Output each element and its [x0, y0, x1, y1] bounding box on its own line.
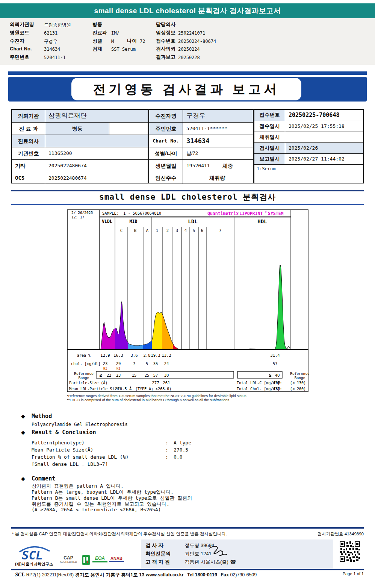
ref-value: 57 [153, 373, 158, 377]
ref-range-label: Reference [74, 371, 94, 376]
anab-badge-text: ANAB [110, 556, 122, 561]
cell-value: 2025022480674 [45, 160, 148, 172]
sub-label: 1 [156, 228, 158, 233]
brand-system: SYSTEM [268, 211, 284, 216]
diamond-bullet-icon [21, 429, 25, 435]
section-title: small dense LDL cholesterol 분획검사 [0, 192, 375, 202]
cell-label: 진 료 과 [12, 123, 45, 135]
divider-rule [11, 569, 364, 570]
field-label: 의뢰기관명 [10, 21, 34, 28]
chol-value: 29 [116, 361, 121, 366]
cell-sub-label: 병동 [45, 123, 109, 135]
area-value: 31.4 [270, 353, 280, 358]
sub-label: B [134, 228, 136, 233]
divider-rule [11, 527, 364, 529]
staff-name: 김동환 서울서초(출) [184, 559, 228, 565]
cell-label: 보고일시 [254, 154, 285, 164]
comment-heading: Comment [32, 475, 55, 482]
qr-code [339, 541, 361, 562]
cell-label: 임신주수 [149, 172, 183, 184]
address: 경기도 용인시 기흥구 흥덕1로 13 [75, 572, 144, 577]
hi-flag: HI [116, 367, 120, 370]
kolas-badge [82, 555, 90, 565]
result-row: Fraction % of small dense LDL (%) [32, 454, 129, 460]
mean-size-value: 270.5 Å [115, 386, 132, 391]
ref-range-label: Range [79, 376, 89, 380]
result-value: 0.0 [174, 454, 182, 460]
specimen-note: 1:Serum [254, 165, 363, 183]
cell-value: 남/72 [183, 147, 253, 159]
cap-badge-subtext: ACCREDITED [60, 561, 77, 563]
colon: : [165, 454, 168, 460]
ref-value: 15 [132, 373, 137, 377]
field-value: IM/ [111, 29, 119, 37]
result-value: A type [174, 440, 191, 446]
cell-label: 주민번호 [149, 123, 183, 135]
row-label-area: area % [77, 353, 91, 358]
field-label: 검체 [92, 45, 102, 53]
eoa-badge: EOA [92, 556, 107, 562]
area-value: 19.3 [151, 353, 160, 358]
chol-value: 5 [146, 361, 148, 366]
chol-value: 23 [103, 361, 108, 366]
anab-badge: ANAB [109, 556, 124, 562]
cell-label: 검사일시 [254, 143, 285, 153]
total-chol-ref: (≤ 200) [290, 387, 306, 391]
result-label: Fraction % of small dense LDL (%) [32, 454, 129, 460]
field-value: M [111, 38, 114, 45]
cell-value [45, 135, 148, 147]
tel-value: 1800-0119 [195, 572, 217, 577]
row-label-particle: Particle-Size (Å) [69, 380, 107, 385]
ref-value: 30 [164, 373, 169, 377]
page-number: Page 1 of 1 [343, 571, 364, 576]
ge-icon: ≥ [269, 373, 272, 378]
eoa-badge-text: EOA [95, 556, 105, 561]
sample-value: 1 - 505670064810 [123, 211, 161, 215]
cell-label: 성별/나이 [149, 147, 183, 159]
region-label-ldl: LDL [188, 218, 197, 224]
staff-role: 고 객 지 원 [145, 559, 183, 565]
mean-size-type: (TYPE A; ≥268.0) [135, 387, 171, 391]
chart-time: 12: 17 [71, 215, 84, 219]
field-value: 520411-1 [44, 54, 66, 61]
ref-value-hdl: 40 [275, 373, 280, 377]
staff-role: 확인전문의 [145, 550, 183, 557]
sub-label: 7 [219, 228, 221, 233]
result-row: Mean Particle Size(Å) [32, 447, 93, 453]
baseline-noise [249, 349, 256, 349]
chol-value: 7 [133, 361, 135, 366]
cell-label: 기관번호 [12, 147, 45, 159]
divider-rule [11, 204, 364, 205]
area-value: 12.9 [100, 353, 110, 358]
particle-value: 277 [152, 380, 159, 385]
tel-label: Tel [187, 572, 194, 577]
result-note: [Small dense LDL = LDL3~7] [32, 461, 108, 467]
staff-role: 검 사 자 [145, 542, 183, 549]
cell-value: 20250225-700648 [286, 110, 363, 121]
cell-label: 접수일시 [254, 121, 285, 132]
cell-value: 520411-1****** [183, 123, 253, 135]
sub-label: 5 [193, 228, 195, 233]
field-value: 구경우 [44, 38, 57, 45]
sub-label: 6 [201, 228, 203, 233]
ref-value: 23 [116, 373, 121, 377]
brand-lipoprint: LIPOPRINT [239, 211, 263, 216]
info-table-middle: 수진자명 구경우 주민번호 520411-1****** Chart No. 3… [148, 109, 254, 183]
fax-label: Fax [221, 572, 229, 577]
staff-panel: 검 사 자 정두영 39694 확인전문의 최인호 1241 고 객 지 원 김… [141, 540, 333, 568]
total-chol-value: 181 [273, 386, 280, 391]
area-value: 3.6 [131, 353, 138, 358]
report-title: 전기영동 검사결과 보고서 [71, 78, 301, 100]
result-value: 270.5 [174, 447, 188, 453]
cell-value: 구경우 [183, 110, 253, 122]
cell-label: 채취일시 [254, 132, 285, 142]
brand-quantimetrix: Quantimetrix [207, 211, 239, 216]
sub-label: 2 [166, 228, 169, 233]
cell-label: 의뢰기관 [12, 110, 45, 122]
field-label: 접수번호 [156, 37, 175, 45]
field-label: 진료과 [92, 29, 107, 36]
chart-footnote-1: *Reference ranges derived from 125 serum… [67, 394, 246, 398]
colon: : [165, 447, 168, 453]
lab-report-page: small dense LDL cholesterol 분획검사 검사결과보고서… [0, 0, 375, 588]
footer-address-line: SCL-RP2(1)-202211(Rev.03) 경기도 용인시 기흥구 흥덕… [15, 572, 257, 578]
